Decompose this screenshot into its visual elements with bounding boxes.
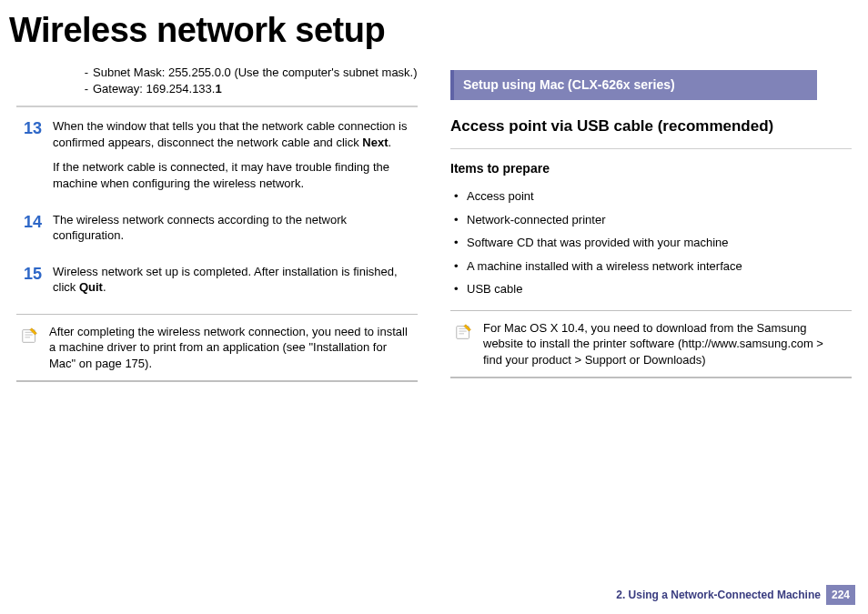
list-item: USB cable: [450, 277, 852, 301]
note-box-left: After completing the wireless network co…: [16, 314, 418, 383]
gateway-bold: 1: [215, 82, 221, 96]
items-list: Access point Network-connected printer S…: [450, 185, 852, 301]
note-icon: [454, 322, 474, 342]
step-14-para-1: The wireless network connects according …: [53, 212, 418, 244]
step-14: 14 The wireless network connects accordi…: [16, 212, 418, 253]
right-column: Setup using Mac (CLX-626x series) Access…: [450, 65, 852, 382]
gateway-text: Gateway: 169.254.133.1: [93, 81, 222, 97]
note-box-right: For Mac OS X 10.4, you need to download …: [450, 310, 852, 379]
step-13-para-2: If the network cable is connected, it ma…: [53, 159, 418, 191]
two-column-layout: - Subnet Mask: 255.255.0.0 (Use the comp…: [0, 65, 868, 382]
step-number: 14: [16, 212, 42, 253]
separator: [450, 148, 852, 149]
list-item: A machine installed with a wireless netw…: [450, 255, 852, 278]
step-13: 13 When the window that tells you that t…: [16, 118, 418, 200]
step-15: 15 Wireless network set up is completed.…: [16, 264, 418, 305]
text: .: [103, 280, 106, 294]
list-item: Access point: [450, 185, 852, 208]
step-number: 13: [16, 118, 42, 200]
step-body: Wireless network set up is completed. Af…: [53, 264, 418, 305]
step-15-para-1: Wireless network set up is completed. Af…: [53, 264, 418, 296]
step-body: The wireless network connects according …: [53, 212, 418, 253]
text: .: [389, 136, 392, 149]
separator: [16, 106, 418, 107]
footer-chapter: 2. Using a Network-Connected Machine: [616, 588, 821, 602]
dash-icon: -: [80, 81, 93, 97]
step-body: When the window that tells you that the …: [53, 118, 418, 200]
list-item: Network-connected printer: [450, 208, 852, 232]
list-item: Software CD that was provided with your …: [450, 231, 852, 255]
step-13-para-1: When the window that tells you that the …: [53, 118, 418, 150]
page-title: Wireless network setup: [9, 7, 868, 54]
subsection-heading: Access point via USB cable (recommended): [450, 116, 852, 137]
left-column: - Subnet Mask: 255.255.0.0 (Use the comp…: [16, 65, 418, 382]
step-number: 15: [16, 264, 42, 305]
items-heading: Items to prepare: [450, 160, 852, 177]
gateway-prefix: Gateway: 169.254.133.: [93, 82, 215, 96]
quit-bold: Quit: [79, 280, 103, 294]
page-number: 224: [826, 585, 855, 605]
subnet-mask-text: Subnet Mask: 255.255.0.0 (Use the comput…: [93, 65, 418, 81]
text: When the window that tells you that the …: [53, 119, 408, 149]
subnet-mask-row: - Subnet Mask: 255.255.0.0 (Use the comp…: [80, 65, 418, 81]
page-footer: 2. Using a Network-Connected Machine 224: [616, 585, 855, 605]
next-bold: Next: [362, 136, 388, 149]
gateway-row: - Gateway: 169.254.133.1: [80, 81, 418, 97]
section-header-bar: Setup using Mac (CLX-626x series): [450, 70, 817, 100]
dash-icon: -: [80, 65, 93, 81]
note-text: For Mac OS X 10.4, you need to download …: [483, 320, 844, 368]
note-icon: [20, 326, 40, 346]
note-text: After completing the wireless network co…: [49, 324, 410, 372]
